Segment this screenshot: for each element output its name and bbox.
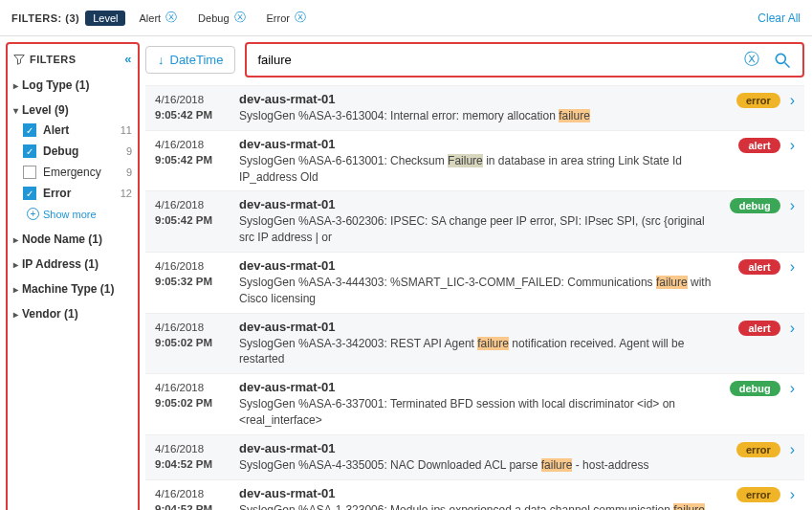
level-badge: alert: [738, 259, 779, 275]
chevron-right-icon[interactable]: ›: [790, 441, 795, 458]
chevron-right-icon[interactable]: ›: [790, 486, 795, 503]
plus-icon: +: [27, 208, 39, 220]
facet-label: Node Name (1): [22, 233, 102, 246]
row-timestamp: 4/16/20189:05:42 PM: [155, 92, 231, 122]
caret-right-icon: ▸: [13, 284, 18, 295]
caret-right-icon: ▸: [13, 309, 18, 320]
log-row[interactable]: 4/16/20189:05:02 PMdev-aus-rmat-01Syslog…: [145, 313, 804, 374]
filter-chip-error[interactable]: Errorⓧ: [259, 8, 314, 28]
row-message: SyslogGen %ASA-4-335005: NAC Downloaded …: [239, 457, 729, 474]
log-row[interactable]: 4/16/20189:04:52 PMdev-aus-rmat-01Syslog…: [145, 479, 804, 510]
filter-icon: [13, 54, 25, 65]
collapse-sidebar-icon[interactable]: «: [124, 52, 132, 66]
log-row[interactable]: 4/16/20189:05:42 PMdev-aus-rmat-01Syslog…: [145, 190, 804, 252]
log-row[interactable]: 4/16/20189:05:32 PMdev-aus-rmat-01Syslog…: [145, 252, 804, 313]
sort-button[interactable]: ↓ DateTime: [145, 46, 235, 74]
filter-chip-debug[interactable]: Debugⓧ: [190, 8, 252, 28]
row-host: dev-aus-rmat-01: [239, 137, 731, 151]
facet-label: Machine Type (1): [22, 282, 114, 296]
level-badge: debug: [730, 381, 780, 396]
chevron-right-icon[interactable]: ›: [790, 380, 795, 397]
highlight: failure: [656, 276, 688, 289]
sort-label: DateTime: [170, 53, 224, 67]
highlight: failure: [559, 109, 590, 122]
facet-option[interactable]: Emergency9: [23, 162, 132, 183]
row-timestamp: 4/16/20189:05:32 PM: [155, 258, 231, 289]
level-badge: error: [736, 442, 780, 457]
sort-arrow-icon: ↓: [158, 53, 165, 67]
row-timestamp: 4/16/20189:05:02 PM: [155, 380, 231, 410]
search-clear-icon[interactable]: ⓧ: [738, 50, 765, 70]
facet-option-label: Debug: [43, 144, 78, 158]
level-badge: error: [736, 487, 780, 502]
facet-label: Vendor (1): [22, 307, 78, 321]
row-host: dev-aus-rmat-01: [239, 258, 731, 273]
level-badge: debug: [730, 198, 780, 213]
search-button[interactable]: [765, 49, 800, 72]
facet-option[interactable]: ✓Error12: [23, 183, 132, 204]
level-badge: alert: [738, 321, 779, 336]
log-row[interactable]: 4/16/20189:05:02 PMdev-aus-rmat-01Syslog…: [145, 373, 804, 434]
facet-title[interactable]: ▸IP Address (1): [13, 255, 132, 274]
chevron-right-icon[interactable]: ›: [790, 258, 795, 276]
chip-remove-icon[interactable]: ⓧ: [234, 10, 246, 26]
facet-label: Level (9): [22, 103, 69, 117]
content-area: ↓ DateTime ⓧ 4/16/20189:05:42 PMdev-aus-…: [145, 36, 812, 510]
row-timestamp: 4/16/20189:05:02 PM: [155, 320, 231, 350]
chip-remove-icon[interactable]: ⓧ: [295, 10, 306, 26]
row-message: SyslogGen %ASA-1-323006: Module ips expe…: [239, 502, 729, 510]
checkbox[interactable]: ✓: [23, 187, 36, 200]
sidebar-header: FILTERS «: [13, 52, 132, 66]
chip-remove-icon[interactable]: ⓧ: [165, 10, 177, 26]
chevron-right-icon[interactable]: ›: [790, 92, 795, 109]
clear-all-link[interactable]: Clear All: [757, 11, 801, 25]
search-input[interactable]: [250, 47, 738, 73]
row-message: SyslogGen %ASA-3-444303: %SMART_LIC-3-CO…: [239, 275, 731, 307]
facet-title[interactable]: ▸Machine Type (1): [13, 279, 132, 299]
log-row[interactable]: 4/16/20189:04:52 PMdev-aus-rmat-01Syslog…: [145, 434, 804, 479]
filter-chip-level[interactable]: Level: [85, 11, 125, 26]
facet-title[interactable]: ▸Vendor (1): [13, 304, 132, 323]
row-message: SyslogGen %ASA-6-337001: Terminated BFD …: [239, 396, 722, 429]
row-timestamp: 4/16/20189:04:52 PM: [155, 441, 231, 472]
svg-point-0: [776, 54, 785, 63]
facet-option[interactable]: ✓Alert11: [23, 120, 132, 141]
facet-option-label: Emergency: [43, 166, 101, 179]
checkbox[interactable]: ✓: [23, 144, 36, 158]
filter-chip-alert[interactable]: Alertⓧ: [131, 8, 185, 28]
search-icon: [773, 51, 792, 70]
checkbox[interactable]: [23, 166, 36, 179]
log-row[interactable]: 4/16/20189:05:42 PMdev-aus-rmat-01Syslog…: [145, 85, 804, 130]
chevron-right-icon[interactable]: ›: [790, 197, 795, 214]
facet-label: Log Type (1): [22, 78, 89, 92]
log-row[interactable]: 4/16/20189:05:42 PMdev-aus-rmat-01Syslog…: [145, 130, 804, 191]
facet-option-label: Alert: [43, 123, 69, 137]
facet-title[interactable]: ▾Level (9): [13, 100, 132, 120]
level-badge: error: [736, 93, 780, 108]
caret-down-icon: ▾: [13, 105, 18, 116]
caret-right-icon: ▸: [13, 259, 18, 270]
chevron-right-icon[interactable]: ›: [790, 137, 795, 154]
show-more-link[interactable]: +Show more: [23, 204, 132, 224]
highlight: failure: [477, 337, 509, 350]
checkbox[interactable]: ✓: [23, 123, 36, 137]
svg-line-1: [785, 62, 790, 67]
filter-topbar: FILTERS: (3) LevelAlertⓧDebugⓧErrorⓧ Cle…: [0, 0, 812, 36]
facet-option-count: 12: [121, 188, 132, 199]
row-message: SyslogGen %ASA-3-342003: REST API Agent …: [239, 336, 731, 368]
highlight: Failure: [448, 154, 483, 167]
facet-title[interactable]: ▸Log Type (1): [13, 76, 132, 95]
row-timestamp: 4/16/20189:05:42 PM: [155, 137, 231, 167]
show-more-label: Show more: [43, 209, 97, 220]
chevron-right-icon[interactable]: ›: [790, 320, 795, 337]
row-host: dev-aus-rmat-01: [239, 441, 729, 455]
facet-option-count: 9: [126, 145, 132, 157]
facet-label: IP Address (1): [22, 257, 99, 271]
level-badge: alert: [738, 138, 779, 153]
log-rows: 4/16/20189:05:42 PMdev-aus-rmat-01Syslog…: [145, 85, 804, 510]
row-message: SyslogGen %ASA-3-602306: IPSEC: SA chang…: [239, 213, 722, 246]
facet-title[interactable]: ▸Node Name (1): [13, 230, 132, 249]
row-timestamp: 4/16/20189:04:52 PM: [155, 486, 231, 510]
facet-option[interactable]: ✓Debug9: [23, 141, 132, 162]
row-host: dev-aus-rmat-01: [239, 197, 722, 211]
